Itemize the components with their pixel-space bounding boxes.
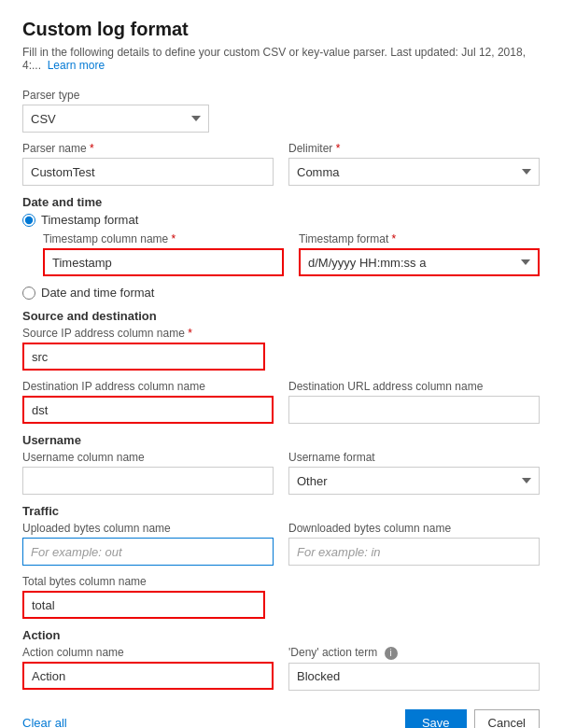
src-ip-label: Source IP address column name xyxy=(22,327,540,340)
download-label: Downloaded bytes column name xyxy=(288,522,540,535)
total-bytes-input[interactable] xyxy=(22,591,265,619)
username-format-label: Username format xyxy=(288,451,540,464)
username-format-select[interactable]: Other Domain\User User@Domain User xyxy=(288,467,540,495)
timestamp-format-label: Timestamp format xyxy=(299,232,540,245)
upload-input[interactable] xyxy=(22,538,274,566)
page-subtitle: Fill in the following details to define … xyxy=(22,46,540,72)
delimiter-select[interactable]: Comma xyxy=(288,158,540,186)
username-col-label: Username column name xyxy=(22,451,274,464)
dst-ip-input[interactable] xyxy=(22,396,274,424)
page-title: Custom log format xyxy=(22,19,540,40)
timestamp-col-input[interactable] xyxy=(43,248,284,276)
parser-type-label: Parser type xyxy=(22,89,540,102)
date-time-format-radio[interactable] xyxy=(22,287,35,300)
action-col-input[interactable] xyxy=(22,662,274,690)
timestamp-format-radio-label: Timestamp format xyxy=(41,213,138,227)
delimiter-label: Delimiter xyxy=(288,142,540,155)
username-section-label: Username xyxy=(22,433,540,447)
dst-ip-label: Destination IP address column name xyxy=(22,380,274,393)
parser-name-input[interactable] xyxy=(22,158,274,186)
total-bytes-label: Total bytes column name xyxy=(22,575,540,588)
clear-all-button[interactable]: Clear all xyxy=(22,716,67,728)
timestamp-format-select[interactable]: d/M/yyyy HH:mm:ss a xyxy=(299,248,540,276)
username-col-input[interactable] xyxy=(22,467,274,495)
cancel-button[interactable]: Cancel xyxy=(474,709,540,728)
action-section-label: Action xyxy=(22,628,540,642)
download-input[interactable] xyxy=(288,538,540,566)
source-dest-section-label: Source and destination xyxy=(22,309,540,323)
deny-action-label: 'Deny' action term i xyxy=(288,646,540,660)
deny-action-input[interactable] xyxy=(288,663,540,691)
timestamp-col-label: Timestamp column name xyxy=(43,232,284,245)
src-ip-input[interactable] xyxy=(22,343,265,371)
traffic-section-label: Traffic xyxy=(22,504,540,518)
parser-name-label: Parser name xyxy=(22,142,274,155)
action-col-label: Action column name xyxy=(22,646,274,659)
date-time-format-radio-label: Date and time format xyxy=(41,286,154,300)
dst-url-label: Destination URL address column name xyxy=(288,380,540,393)
learn-more-link[interactable]: Learn more xyxy=(48,59,105,72)
date-time-section-label: Date and time xyxy=(22,195,540,209)
parser-type-select[interactable]: CSV xyxy=(22,105,209,133)
dst-url-input[interactable] xyxy=(288,396,540,424)
deny-info-icon[interactable]: i xyxy=(385,647,398,660)
upload-label: Uploaded bytes column name xyxy=(22,522,274,535)
timestamp-format-radio[interactable] xyxy=(22,214,35,227)
save-button[interactable]: Save xyxy=(405,709,467,728)
